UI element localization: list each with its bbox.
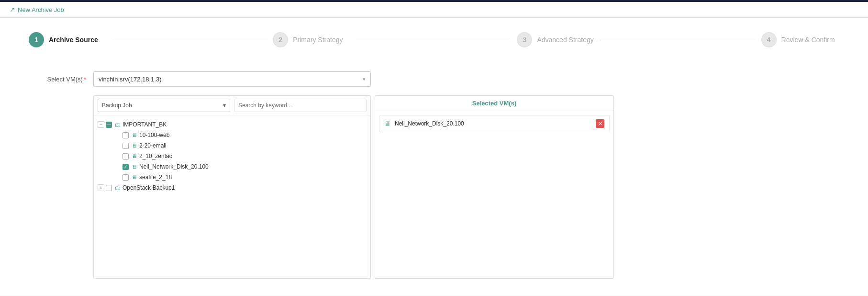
selected-vms-body: 🖥 Neil_Network_Disk_20.100 ✕	[375, 111, 613, 274]
node-label-seafile-2-18: seafile_2_18	[139, 174, 172, 181]
node-label-neil-network-disk: Neil_Network_Disk_20.100	[139, 163, 209, 170]
collapse-icon[interactable]: −	[98, 121, 104, 128]
vm-server-value: vinchin.srv(172.18.1.3)	[99, 76, 162, 83]
select-vm-label: Select VM(s)*	[29, 76, 86, 83]
header-bar: ↗ New Archive Job	[0, 2, 868, 18]
tree-toolbar: Backup Job ▾	[94, 96, 370, 115]
node-label-important-bk: IMPORTANT_BK	[122, 121, 167, 128]
required-mark: *	[84, 76, 86, 83]
step-2-circle: 2	[273, 32, 288, 47]
remove-vm-button[interactable]: ✕	[596, 119, 604, 128]
tree-container: Backup Job ▾ − 🗂 IMPORTANT_BK	[93, 95, 839, 279]
backup-job-select[interactable]: Backup Job ▾	[98, 99, 230, 112]
search-input[interactable]	[234, 99, 367, 112]
tree-node-important-bk[interactable]: − 🗂 IMPORTANT_BK	[96, 119, 368, 130]
step-divider-1	[111, 40, 268, 40]
new-archive-job-link[interactable]: ↗ New Archive Job	[10, 6, 64, 13]
folder-icon: 🗂	[113, 121, 121, 128]
checkbox-openstack-backup1[interactable]	[106, 185, 112, 191]
vm-server-dropdown[interactable]: vinchin.srv(172.18.1.3) ▾	[93, 71, 371, 87]
selected-vm-item: 🖥 Neil_Network_Disk_20.100 ✕	[379, 115, 610, 132]
step-2-label: Primary Strategy	[293, 36, 343, 44]
tree-node-10-100-web[interactable]: 🖥 10-100-web	[104, 130, 368, 140]
folder-icon-openstack: 🗂	[113, 184, 121, 192]
new-job-label: New Archive Job	[18, 6, 64, 13]
checkbox-2-10-zentao[interactable]	[122, 153, 129, 159]
tree-node-neil-network-disk[interactable]: 🖥 Neil_Network_Disk_20.100	[104, 161, 368, 172]
node-label-10-100-web: 10-100-web	[139, 132, 169, 138]
checkbox-10-100-web[interactable]	[122, 132, 129, 138]
tree-node-seafile-2-18[interactable]: 🖥 seafile_2_18	[104, 172, 368, 182]
node-label-openstack-backup1: OpenStack Backup1	[122, 184, 175, 191]
step-3-label: Advanced Strategy	[537, 36, 593, 44]
main-content: 1 Archive Source 2 Primary Strategy 3 Ad…	[0, 18, 868, 296]
wizard-steps: 1 Archive Source 2 Primary Strategy 3 Ad…	[29, 27, 839, 52]
step-4-circle: 4	[761, 32, 777, 47]
vm-icon-neil-network-disk: 🖥	[130, 163, 138, 171]
vm-item-icon: 🖥	[384, 120, 391, 127]
form-area: Select VM(s)* vinchin.srv(172.18.1.3) ▾ …	[29, 67, 839, 284]
step-3-circle: 3	[517, 32, 532, 47]
node-label-2-20-email: 2-20-email	[139, 142, 167, 149]
vm-icon-10-100-web: 🖥	[130, 131, 138, 139]
tree-node-2-20-email[interactable]: 🖥 2-20-email	[104, 140, 368, 151]
archive-icon: ↗	[10, 6, 15, 13]
step-1[interactable]: 1 Archive Source	[29, 32, 107, 47]
node-label-2-10-zentao: 2_10_zentao	[139, 153, 172, 159]
step-2[interactable]: 2 Primary Strategy	[273, 32, 351, 47]
chevron-down-icon: ▾	[363, 76, 366, 82]
backup-job-chevron-icon: ▾	[223, 102, 226, 109]
checkbox-neil-network-disk[interactable]	[122, 164, 129, 170]
step-1-circle: 1	[29, 32, 44, 47]
expand-icon-openstack[interactable]: +	[98, 184, 104, 191]
tree-left-panel: Backup Job ▾ − 🗂 IMPORTANT_BK	[93, 95, 371, 279]
step-divider-2	[356, 40, 512, 40]
step-1-label: Archive Source	[49, 36, 98, 44]
checkbox-2-20-email[interactable]	[122, 143, 129, 149]
tree-node-2-10-zentao[interactable]: 🖥 2_10_zentao	[104, 151, 368, 161]
vm-item-name: Neil_Network_Disk_20.100	[395, 120, 592, 127]
select-vm-row: Select VM(s)* vinchin.srv(172.18.1.3) ▾	[29, 71, 839, 87]
step-divider-3	[600, 40, 757, 40]
vm-icon-seafile-2-18: 🖥	[130, 173, 138, 181]
tree-node-openstack-backup1[interactable]: + 🗂 OpenStack Backup1	[96, 182, 368, 193]
tree-body: − 🗂 IMPORTANT_BK 🖥 10-100-web	[94, 115, 370, 278]
step-4[interactable]: 4 Review & Confirm	[761, 32, 839, 47]
vm-icon-2-20-email: 🖥	[130, 142, 138, 149]
step-4-label: Review & Confirm	[781, 36, 835, 44]
step-3[interactable]: 3 Advanced Strategy	[517, 32, 595, 47]
backup-job-label: Backup Job	[102, 102, 132, 109]
selected-vms-panel: Selected VM(s) 🖥 Neil_Network_Disk_20.10…	[375, 95, 614, 279]
checkbox-important-bk[interactable]	[106, 122, 112, 128]
checkbox-seafile-2-18[interactable]	[122, 174, 129, 181]
vm-icon-2-10-zentao: 🖥	[130, 152, 138, 160]
selected-vms-header: Selected VM(s)	[375, 96, 613, 111]
